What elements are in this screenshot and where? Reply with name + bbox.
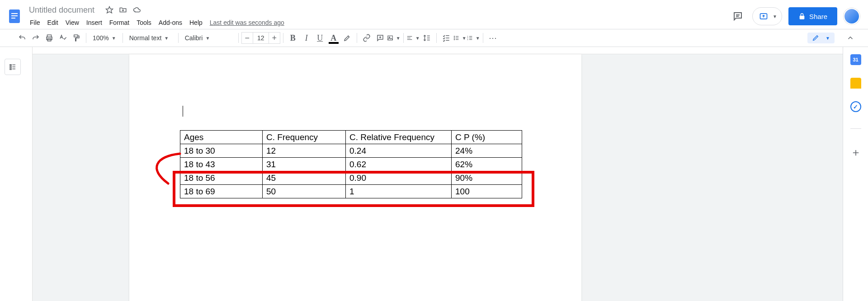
th-cp[interactable]: C P (%) — [452, 131, 522, 144]
more-tools-button[interactable]: ⋯ — [486, 31, 500, 45]
spellcheck-button[interactable] — [56, 31, 70, 45]
numbered-list-button[interactable]: 123▼ — [467, 31, 480, 45]
table-row: 18 to 30120.2424% — [180, 144, 522, 158]
document-title[interactable]: Untitled document — [26, 5, 97, 16]
underline-button[interactable]: U — [313, 31, 327, 45]
redo-button[interactable] — [29, 31, 42, 45]
svg-text:3: 3 — [467, 38, 468, 41]
svg-rect-3 — [11, 18, 15, 19]
cloud-status-icon[interactable] — [132, 6, 142, 14]
tasks-addon-icon[interactable] — [850, 101, 861, 112]
font-size-stepper: − 12 + — [241, 32, 280, 44]
share-label: Share — [809, 13, 827, 20]
frequency-table[interactable]: Ages C. Frequency C. Relative Frequency … — [180, 130, 522, 198]
star-icon[interactable] — [105, 6, 113, 14]
open-comments-button[interactable] — [730, 8, 746, 24]
svg-marker-4 — [106, 7, 113, 13]
svg-rect-41 — [10, 69, 11, 70]
align-button[interactable]: ▼ — [406, 31, 420, 45]
share-button[interactable]: Share — [788, 7, 837, 25]
collapse-toolbar-button[interactable] — [844, 31, 857, 45]
menu-view[interactable]: View — [62, 17, 83, 28]
font-size-decrease[interactable]: − — [242, 33, 253, 43]
table-row: 18 to 56450.9090% — [180, 171, 522, 185]
svg-rect-39 — [10, 66, 11, 67]
line-spacing-button[interactable] — [420, 31, 434, 45]
vertical-ruler — [25, 47, 33, 301]
table-row: 18 to 69501100 — [180, 185, 522, 198]
th-ages[interactable]: Ages — [180, 131, 263, 144]
menu-bar: File Edit View Insert Format Tools Add-o… — [26, 16, 730, 29]
document-canvas[interactable]: Ages C. Frequency C. Relative Frequency … — [25, 47, 843, 301]
last-edit-link[interactable]: Last edit was seconds ago — [210, 19, 284, 26]
titlebar: Untitled document File Edit View Insert … — [0, 0, 868, 29]
bold-button[interactable]: B — [286, 31, 300, 45]
svg-point-25 — [454, 36, 454, 37]
toolbar: 100%▼ Normal text▼ Calibri▼ − 12 + B I U… — [0, 29, 868, 47]
svg-rect-11 — [74, 35, 78, 37]
side-panel-divider — [850, 128, 861, 129]
highlight-button[interactable] — [340, 31, 354, 45]
text-color-button[interactable]: A — [327, 31, 340, 45]
get-addons-button[interactable]: ＋ — [850, 145, 861, 160]
side-panel: ＋ — [843, 47, 868, 301]
undo-button[interactable] — [15, 31, 29, 45]
text-cursor — [183, 106, 183, 117]
font-size-value[interactable]: 12 — [253, 33, 269, 43]
th-crelfreq[interactable]: C. Relative Frequency — [346, 131, 452, 144]
account-avatar[interactable] — [844, 8, 860, 24]
present-button[interactable]: ▼ — [752, 7, 782, 25]
th-cfreq[interactable]: C. Frequency — [263, 131, 346, 144]
paragraph-style-select[interactable]: Normal text▼ — [126, 31, 175, 45]
zoom-select[interactable]: 100%▼ — [89, 31, 120, 45]
menu-tools[interactable]: Tools — [133, 17, 155, 28]
move-icon[interactable] — [119, 6, 127, 14]
annotation-arrow — [146, 151, 182, 186]
bulleted-list-button[interactable]: ▼ — [453, 31, 467, 45]
table-row: 18 to 43310.6262% — [180, 158, 522, 171]
paint-format-button[interactable] — [70, 31, 83, 45]
menu-help[interactable]: Help — [186, 17, 206, 28]
font-size-increase[interactable]: + — [269, 33, 280, 43]
svg-rect-2 — [11, 15, 18, 16]
menu-insert[interactable]: Insert — [83, 17, 106, 28]
chevron-down-icon: ▼ — [773, 14, 777, 19]
checklist-button[interactable] — [439, 31, 453, 45]
table-header-row: Ages C. Frequency C. Relative Frequency … — [180, 131, 522, 144]
menu-format[interactable]: Format — [106, 17, 133, 28]
horizontal-ruler — [25, 47, 843, 54]
font-select[interactable]: Calibri▼ — [181, 31, 236, 45]
print-button[interactable] — [42, 31, 56, 45]
svg-point-26 — [454, 38, 454, 38]
svg-point-27 — [454, 39, 454, 40]
menu-file[interactable]: File — [26, 17, 44, 28]
docs-logo[interactable] — [5, 7, 24, 25]
svg-rect-1 — [11, 13, 18, 14]
insert-comment-button[interactable] — [373, 31, 387, 45]
menu-edit[interactable]: Edit — [44, 17, 62, 28]
page[interactable]: Ages C. Frequency C. Relative Frequency … — [129, 54, 581, 301]
italic-button[interactable]: I — [300, 31, 313, 45]
calendar-addon-icon[interactable] — [850, 54, 861, 65]
svg-rect-37 — [10, 65, 11, 66]
keep-addon-icon[interactable] — [850, 78, 861, 89]
outline-button[interactable] — [5, 59, 21, 75]
insert-link-button[interactable] — [360, 31, 373, 45]
insert-image-button[interactable]: ▼ — [387, 31, 401, 45]
menu-addons[interactable]: Add-ons — [155, 17, 186, 28]
editing-mode-button[interactable]: ▼ — [807, 33, 835, 43]
svg-rect-14 — [387, 36, 392, 40]
